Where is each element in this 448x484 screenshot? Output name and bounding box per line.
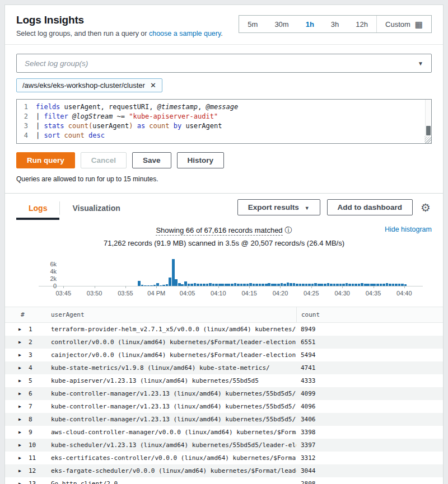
line-number: 3 <box>17 121 36 131</box>
histogram-bar <box>339 284 342 286</box>
histogram-bar <box>141 285 144 286</box>
table-row[interactable]: ▶7kube-controller-manager/v1.23.13 (linu… <box>5 400 443 413</box>
time-range-5m[interactable]: 5m <box>239 16 266 32</box>
column-header-index[interactable]: # <box>16 311 51 318</box>
count-cell: 4099 <box>296 390 443 397</box>
histogram-bar <box>197 284 199 286</box>
histogram-bar <box>358 284 361 286</box>
expand-row-icon[interactable]: ▶ <box>16 417 29 422</box>
histogram-bar <box>200 284 203 286</box>
expand-row-icon[interactable]: ▶ <box>16 443 29 448</box>
gear-icon[interactable]: ⚙ <box>419 202 432 213</box>
table-row[interactable]: ▶3cainjector/v0.0.0 (linux/amd64) kubern… <box>5 349 443 361</box>
time-range-12h[interactable]: 12h <box>347 16 376 32</box>
table-row[interactable]: ▶8kube-controller-manager/v1.23.13 (linu… <box>5 413 443 426</box>
histogram-bar <box>382 284 385 286</box>
expand-row-icon[interactable]: ▶ <box>16 481 29 484</box>
histogram-bar <box>293 283 296 286</box>
hide-histogram-link[interactable]: Hide histogram <box>385 225 432 233</box>
count-cell: 3406 <box>296 416 443 423</box>
histogram-bar <box>318 284 320 286</box>
histogram-bar <box>215 284 218 286</box>
histogram-plot-area[interactable]: 02k4k6k03:4503:5003:5504 PM04:0504:1004:… <box>39 257 423 286</box>
expand-row-icon[interactable]: ▶ <box>16 455 29 460</box>
expand-row-icon[interactable]: ▶ <box>16 391 29 396</box>
histogram-bar <box>144 285 147 286</box>
useragent-cell: kube-state-metrics/v1.9.8 (linux/amd64) … <box>51 364 296 372</box>
expand-row-icon[interactable]: ▶ <box>16 365 29 370</box>
export-results-button[interactable]: Export results▼ <box>237 199 320 215</box>
x-axis-tick <box>218 286 219 288</box>
useragent-cell: kube-apiserver/v1.23.13 (linux/amd64) ku… <box>51 377 296 384</box>
query-line: 1fields userAgent, requestURI, @timestam… <box>17 102 422 112</box>
table-row[interactable]: ▶11eks-certificates-controller/v0.0.0 (l… <box>5 452 443 464</box>
table-row[interactable]: ▶10kube-scheduler/v1.23.13 (linux/amd64)… <box>5 439 443 452</box>
histogram-bar <box>231 284 234 286</box>
expand-row-icon[interactable]: ▶ <box>16 404 29 409</box>
table-row[interactable]: ▶4kube-state-metrics/v1.9.8 (linux/amd64… <box>5 361 443 374</box>
row-index: 6 <box>29 390 51 397</box>
table-row[interactable]: ▶9aws-cloud-controller-manager/v0.0.0 (l… <box>5 426 443 439</box>
table-header: # userAgent count <box>5 307 443 323</box>
x-axis-tick <box>63 286 64 288</box>
useragent-cell: eks-fargate-scheduler/v0.0.0 (linux/amd6… <box>51 467 296 474</box>
time-range-1h[interactable]: 1h <box>297 16 323 32</box>
expand-row-icon[interactable]: ▶ <box>16 430 29 435</box>
histogram-bar <box>274 284 277 286</box>
table-body: ▶1terraform-provider-helm_v2.7.1_x5/v0.0… <box>5 323 443 484</box>
table-row[interactable]: ▶1terraform-provider-helm_v2.7.1_x5/v0.0… <box>5 323 443 336</box>
histogram-bar <box>398 284 401 286</box>
log-group-select[interactable]: Select log group(s) ▼ <box>16 54 432 73</box>
count-cell: 5494 <box>296 351 443 359</box>
expand-row-icon[interactable]: ▶ <box>16 353 29 358</box>
records-matched-text: Showing 66 of 67,616 records matched <box>156 226 282 236</box>
editor-scrollbar-thumb[interactable] <box>426 126 431 135</box>
x-axis-label: 04:30 <box>334 290 350 297</box>
histogram-bar <box>190 284 193 286</box>
table-row[interactable]: ▶12eks-fargate-scheduler/v0.0.0 (linux/a… <box>5 464 443 477</box>
table-row[interactable]: ▶6kube-controller-manager/v1.23.13 (linu… <box>5 387 443 400</box>
histogram-bar <box>194 283 197 286</box>
add-to-dashboard-button[interactable]: Add to dashboard <box>327 199 413 215</box>
histogram-chart: 02k4k6k03:4503:5003:5504 PM04:0504:1004:… <box>16 254 432 301</box>
x-axis-tick <box>404 286 405 288</box>
histogram-bar <box>314 283 317 286</box>
time-range-3h[interactable]: 3h <box>323 16 347 32</box>
query-editor[interactable]: 1fields userAgent, requestURI, @timestam… <box>16 99 432 144</box>
row-index: 11 <box>29 454 51 462</box>
histogram-bar <box>203 284 206 286</box>
sample-query-link[interactable]: choose a sample query <box>149 30 221 37</box>
page-title: Logs Insights <box>16 14 223 26</box>
editor-resize-handle[interactable] <box>424 137 431 143</box>
histogram-bar <box>162 285 165 286</box>
info-icon[interactable]: ⓘ <box>285 226 292 234</box>
row-index: 4 <box>29 364 51 372</box>
row-index: 5 <box>29 377 51 384</box>
column-header-count[interactable]: count <box>296 307 443 322</box>
histogram-bar <box>287 283 290 286</box>
table-row[interactable]: ▶13Go-http-client/2.02808 <box>5 477 443 484</box>
expand-row-icon[interactable]: ▶ <box>16 378 29 383</box>
page-subtitle: Select log groups, and then run a query … <box>16 30 223 37</box>
histogram-bar <box>333 284 336 286</box>
table-row[interactable]: ▶5kube-apiserver/v1.23.13 (linux/amd64) … <box>5 374 443 387</box>
histogram-bar <box>352 284 354 286</box>
remove-log-group-icon[interactable]: ✕ <box>150 82 156 89</box>
time-range-30m[interactable]: 30m <box>266 16 297 32</box>
query-code: | stats count(userAgent) as count by use… <box>36 121 222 131</box>
history-button[interactable]: History <box>177 152 225 168</box>
save-button[interactable]: Save <box>132 152 171 168</box>
tab-visualization[interactable]: Visualization <box>60 199 132 219</box>
row-index: 2 <box>29 339 51 346</box>
run-query-button[interactable]: Run query <box>16 152 75 168</box>
expand-row-icon[interactable]: ▶ <box>16 468 29 473</box>
expand-row-icon[interactable]: ▶ <box>16 327 29 332</box>
column-header-useragent[interactable]: userAgent <box>51 311 296 318</box>
query-line: 3| stats count(userAgent) as count by us… <box>17 121 422 131</box>
time-range-custom[interactable]: Custom▦ <box>377 16 431 32</box>
table-row[interactable]: ▶2controller/v0.0.0 (linux/amd64) kubern… <box>5 336 443 349</box>
expand-row-icon[interactable]: ▶ <box>16 340 29 345</box>
histogram-bar <box>327 283 330 286</box>
histogram-bar <box>206 284 209 286</box>
tab-logs[interactable]: Logs <box>16 199 59 219</box>
